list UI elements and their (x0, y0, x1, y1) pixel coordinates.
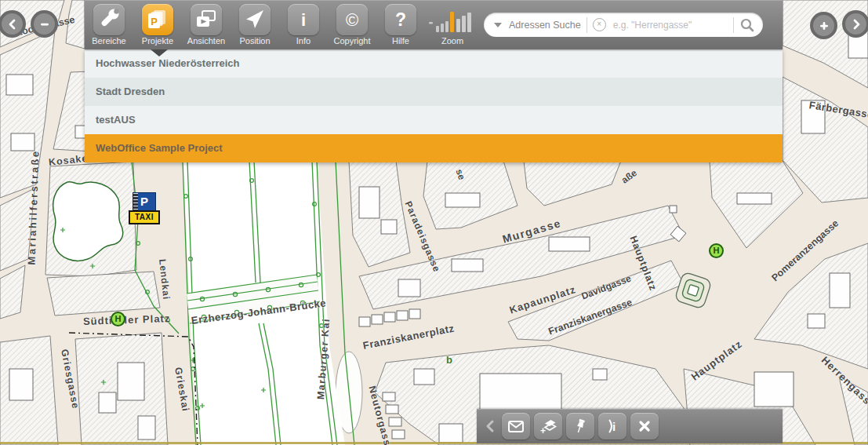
toolbar-button-projekte[interactable]: P Projekte (133, 0, 182, 46)
identify-icon[interactable]: i (598, 413, 626, 440)
toolbar-label: Info (296, 36, 311, 46)
toolbar-button-position[interactable]: Position (231, 0, 279, 46)
zoom-in-button[interactable] (810, 12, 837, 39)
project-item-hochwasser[interactable]: Hochwasser Niederösterreich (85, 49, 783, 78)
zoom-out-button[interactable] (31, 10, 58, 38)
toolbar-label: Projekte (142, 36, 173, 46)
toolbar-label: Ansichten (187, 36, 225, 46)
search-category-label[interactable]: Adressen Suche (509, 20, 581, 31)
copyright-icon[interactable]: © (336, 4, 368, 35)
toolbar-button-info[interactable]: i Info (279, 0, 328, 46)
toolbar-label: Copyright (333, 36, 370, 46)
pin-icon[interactable] (566, 413, 594, 440)
pan-right-button[interactable] (842, 10, 868, 38)
clear-circle-icon[interactable]: × (593, 18, 606, 31)
map-tools-toolbar: + i (477, 409, 783, 443)
toolbar-label: Bereiche (92, 36, 125, 46)
toolbar-label: Position (239, 36, 270, 46)
wrench-icon[interactable] (93, 4, 125, 35)
svg-text:i: i (612, 420, 616, 433)
mail-icon[interactable] (502, 413, 530, 440)
caret-down-icon[interactable] (494, 23, 502, 27)
weboffice-map-app: StockergasseMariahilferstraßeKosakengass… (0, 0, 868, 445)
toolbar-button-ansichten[interactable]: Ansichten (182, 0, 231, 46)
svg-text:+: + (540, 425, 546, 436)
projects-menu: Hochwasser Niederösterreich Stadt Dresde… (85, 49, 783, 162)
divider (733, 17, 734, 33)
help-icon[interactable]: ? (385, 4, 416, 35)
svg-text:i: i (301, 10, 306, 30)
chevron-right-icon (850, 18, 863, 31)
zoom-bars-icon[interactable] (427, 4, 478, 35)
project-item-weboffice-sample[interactable]: WebOffice Sample Project (85, 134, 783, 162)
info-icon[interactable]: i (288, 4, 319, 35)
address-search: Adressen Suche × (484, 13, 763, 37)
plus-icon (818, 20, 830, 32)
chevron-left-icon[interactable] (485, 419, 496, 433)
minus-icon (38, 18, 51, 31)
add-layers-icon[interactable]: + (534, 413, 562, 440)
main-toolbar: Bereiche P Projekte Ansich (85, 0, 783, 49)
toolbar-zoom-control[interactable]: Zoom (425, 0, 480, 46)
search-input[interactable] (612, 19, 728, 31)
views-windows-icon[interactable] (191, 4, 222, 35)
toolbar-label: Hilfe (392, 36, 409, 46)
svg-text:?: ? (395, 9, 406, 30)
close-icon[interactable] (630, 413, 659, 440)
menu-notch (151, 49, 168, 57)
divider (587, 17, 587, 33)
toolbar-label: Zoom (441, 36, 463, 46)
position-arrow-icon[interactable] (239, 4, 271, 35)
toolbar-button-copyright[interactable]: © Copyright (328, 0, 376, 46)
toolbar-button-bereiche[interactable]: Bereiche (85, 0, 133, 46)
svg-text:P: P (151, 16, 158, 27)
toolbar-button-hilfe[interactable]: ? Hilfe (376, 0, 425, 46)
svg-text:©: © (346, 10, 358, 30)
project-item-testaus[interactable]: testAUS (85, 106, 783, 134)
project-item-dresden[interactable]: Stadt Dresden (85, 78, 783, 106)
projects-stack-icon[interactable]: P (142, 4, 173, 35)
magnifier-icon[interactable] (739, 17, 755, 33)
chevron-left-icon (6, 18, 19, 31)
